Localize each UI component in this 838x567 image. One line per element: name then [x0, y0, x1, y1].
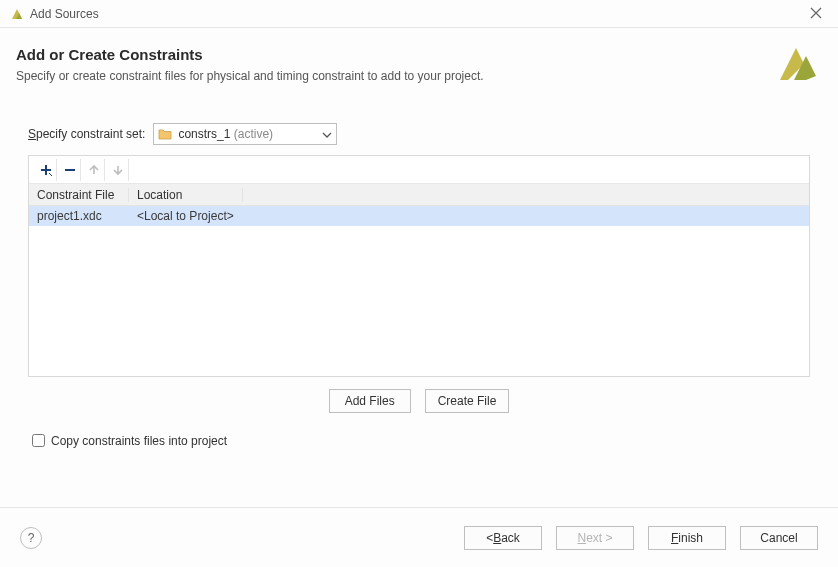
- back-button[interactable]: < Back: [464, 526, 542, 550]
- create-file-button[interactable]: Create File: [425, 389, 510, 413]
- constraint-set-row: Specify constraint set: constrs_1 (activ…: [28, 123, 810, 145]
- move-up-button[interactable]: [83, 159, 105, 181]
- folder-icon: [158, 128, 172, 140]
- page-subtitle: Specify or create constraint files for p…: [16, 69, 816, 83]
- add-files-button[interactable]: Add Files: [329, 389, 411, 413]
- titlebar: Add Sources: [0, 0, 838, 28]
- cancel-button[interactable]: Cancel: [740, 526, 818, 550]
- copy-constraints-checkbox[interactable]: [32, 434, 45, 447]
- grid-body[interactable]: project1.xdc <Local to Project>: [29, 206, 809, 376]
- next-button[interactable]: Next >: [556, 526, 634, 550]
- content: Specify constraint set: constrs_1 (activ…: [0, 93, 838, 460]
- footer: ? < Back Next > Finish Cancel: [0, 507, 838, 567]
- grid-header: Constraint File Location: [29, 184, 809, 206]
- page-title: Add or Create Constraints: [16, 46, 816, 63]
- remove-button[interactable]: [59, 159, 81, 181]
- move-down-button[interactable]: [107, 159, 129, 181]
- mid-buttons: Add Files Create File: [28, 389, 810, 413]
- close-icon[interactable]: [804, 4, 828, 24]
- header: Add or Create Constraints Specify or cre…: [0, 28, 838, 93]
- help-button[interactable]: ?: [20, 527, 42, 549]
- copy-constraints-row: Copy constraints files into project: [28, 431, 810, 450]
- constraint-set-combo[interactable]: constrs_1 (active): [153, 123, 337, 145]
- copy-constraints-label: Copy constraints files into project: [51, 434, 227, 448]
- constraint-set-label: Specify constraint set:: [28, 127, 145, 141]
- app-icon: [10, 7, 24, 21]
- table-row[interactable]: project1.xdc <Local to Project>: [29, 206, 809, 226]
- cell-location: <Local to Project>: [129, 209, 243, 223]
- cell-file: project1.xdc: [29, 209, 129, 223]
- constraint-set-value: constrs_1 (active): [178, 127, 318, 141]
- finish-button[interactable]: Finish: [648, 526, 726, 550]
- constraint-grid: Constraint File Location project1.xdc <L…: [28, 155, 810, 377]
- vendor-logo-icon: [776, 42, 818, 84]
- add-button[interactable]: [35, 159, 57, 181]
- window-title: Add Sources: [30, 7, 99, 21]
- chevron-down-icon: [322, 129, 332, 140]
- grid-toolbar: [29, 156, 809, 184]
- column-header-file[interactable]: Constraint File: [29, 188, 129, 202]
- column-header-location[interactable]: Location: [129, 188, 243, 202]
